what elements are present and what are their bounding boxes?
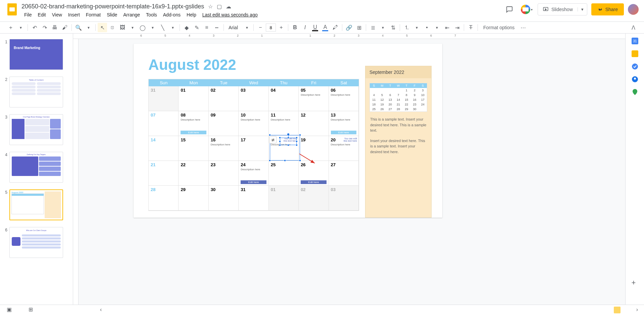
preview-text-1[interactable]: This is a sample text. Insert your desir… xyxy=(370,117,427,133)
doc-title[interactable]: 20650-02-brand-marketing-powerpoint-temp… xyxy=(21,3,204,10)
zoom-button[interactable]: 🔍 xyxy=(74,23,83,32)
show-sidepanel-button[interactable]: › xyxy=(636,307,638,313)
border-color-button[interactable]: ✎ xyxy=(192,23,201,32)
collapse-toolbar-button[interactable]: ᐱ xyxy=(629,23,638,32)
highlight-button[interactable]: 🖍 xyxy=(331,23,340,32)
menu-arrange[interactable]: Arrange xyxy=(120,11,143,19)
fontsize-input[interactable] xyxy=(266,24,276,32)
add-sidebar-icon[interactable]: + xyxy=(632,278,638,285)
share-button[interactable]: Share xyxy=(591,3,624,15)
preview-text-2[interactable]: Insert your desired text here. This is a… xyxy=(370,138,427,155)
underline-button[interactable]: U xyxy=(310,23,320,32)
more-button[interactable]: ⋯ xyxy=(518,23,528,32)
align-button[interactable]: ≣ xyxy=(368,23,378,32)
menu-addons[interactable]: Add-ons xyxy=(160,11,183,19)
calendar-cell[interactable]: 06Description here xyxy=(329,86,359,111)
calendar-cell[interactable]: 03 xyxy=(239,86,268,111)
calendar-cell[interactable]: 31 xyxy=(239,186,268,211)
calendar-cell[interactable]: 30 xyxy=(209,186,239,211)
insert-comment-button[interactable]: ⊞ xyxy=(354,23,364,32)
slide-thumb-5[interactable]: August 2022 xyxy=(9,189,63,220)
contacts-sidebar-icon[interactable] xyxy=(632,76,638,83)
edit-here-button[interactable]: Edit here xyxy=(301,180,326,184)
bulleted-list-button[interactable]: • xyxy=(422,23,432,32)
line-tool[interactable]: ╲ xyxy=(158,23,167,32)
tasks-sidebar-icon[interactable] xyxy=(632,63,638,70)
menu-insert[interactable]: Insert xyxy=(65,11,83,19)
canvas-area[interactable]: 6543211234567 August 2022 SunMonTueWedTh… xyxy=(73,34,625,305)
bulleted-dropdown[interactable]: ▼ xyxy=(432,23,442,32)
explore-button[interactable] xyxy=(614,307,621,313)
paint-format-button[interactable]: 🖌 xyxy=(60,23,69,32)
calendar-sidebar-icon[interactable]: 31 xyxy=(632,38,638,44)
insert-link-button[interactable]: 🔗 xyxy=(344,23,354,32)
new-slide-button[interactable]: ＋ xyxy=(6,23,15,32)
calendar-cell[interactable]: 17 xyxy=(239,136,268,161)
new-slide-dropdown[interactable]: ▼ xyxy=(16,23,26,32)
font-family-select[interactable]: Arial▼ xyxy=(226,25,251,30)
calendar-cell[interactable]: 13Description hereEdit here xyxy=(329,111,359,136)
calendar-cell[interactable]: 27 xyxy=(329,161,359,186)
format-options-button[interactable]: Format options xyxy=(480,25,518,30)
image-tool[interactable]: 🖼 xyxy=(118,23,127,32)
calendar-cell[interactable]: 29 xyxy=(179,186,208,211)
calendar-cell[interactable]: 10Description here xyxy=(239,111,268,136)
main-calendar[interactable]: SunMonTueWedThuFriSat 310102030405Descri… xyxy=(148,79,359,211)
align-dropdown[interactable]: ▼ xyxy=(378,23,388,32)
menu-format[interactable]: Format xyxy=(83,11,103,19)
menu-slide[interactable]: Slide xyxy=(104,11,120,19)
calendar-cell[interactable]: 28 xyxy=(149,186,179,211)
comments-icon[interactable] xyxy=(503,3,516,16)
slide-thumb-2[interactable]: Table of Content xyxy=(9,77,63,107)
shape-dropdown[interactable]: ▼ xyxy=(148,23,157,32)
image-dropdown[interactable]: ▼ xyxy=(128,23,137,32)
calendar-cell[interactable]: 23 xyxy=(209,161,239,186)
calendar-cell[interactable]: 07 xyxy=(149,111,179,136)
vertical-ruler[interactable] xyxy=(73,39,79,305)
slide-thumbnail-panel[interactable]: 1 Brand Marketing 2 Table of Content 3 O… xyxy=(0,34,73,305)
indent-increase-button[interactable]: ⇥ xyxy=(452,23,462,32)
edit-here-button[interactable]: Edit here xyxy=(331,131,356,134)
line-dropdown[interactable]: ▼ xyxy=(168,23,178,32)
calendar-cell[interactable]: 11Description here xyxy=(269,111,299,136)
calendar-cell[interactable]: 01 xyxy=(179,86,208,111)
textbox-tool[interactable]: ⎅ xyxy=(108,23,117,32)
numbered-list-button[interactable]: ⒈ xyxy=(402,23,411,32)
numbered-dropdown[interactable]: ▼ xyxy=(412,23,422,32)
calendar-cell[interactable]: 02 xyxy=(209,86,239,111)
calendar-cell[interactable]: 24Description hereEdit here xyxy=(239,161,268,186)
indent-decrease-button[interactable]: ⇤ xyxy=(442,23,452,32)
calendar-cell[interactable]: 05Description here xyxy=(299,86,329,111)
calendar-cell[interactable]: 20You can edit this text hereDescription… xyxy=(329,136,359,161)
fill-color-button[interactable]: ◆ xyxy=(182,23,191,32)
menu-view[interactable]: View xyxy=(49,11,65,19)
menu-edit[interactable]: Edit xyxy=(35,11,49,19)
slide-thumb-1[interactable]: Brand Marketing xyxy=(9,39,63,70)
calendar-title[interactable]: August 2022 xyxy=(148,56,236,73)
collapse-panel-icon[interactable]: ‹ xyxy=(100,307,102,313)
shape-tool[interactable]: ◯ xyxy=(138,23,147,32)
calendar-cell[interactable]: 31 xyxy=(149,86,179,111)
slideshow-button[interactable]: Slideshow ▼ xyxy=(538,3,587,15)
account-avatar[interactable] xyxy=(628,4,639,15)
maps-sidebar-icon[interactable] xyxy=(632,89,638,95)
slide-canvas[interactable]: August 2022 SunMonTueWedThuFriSat 310102… xyxy=(134,44,442,218)
menu-tools[interactable]: Tools xyxy=(143,11,160,19)
meet-button[interactable]: ▾ xyxy=(520,3,534,16)
calendar-cell[interactable]: 21 xyxy=(149,161,179,186)
clear-formatting-button[interactable]: T xyxy=(466,23,476,32)
slides-logo[interactable] xyxy=(5,3,19,16)
print-button[interactable]: 🖶 xyxy=(50,23,59,32)
select-tool[interactable]: ↖ xyxy=(98,23,107,32)
calendar-cell[interactable]: 01 xyxy=(269,186,299,211)
last-edit-link[interactable]: Last edit was seconds ago xyxy=(200,11,260,19)
star-icon[interactable]: ☆ xyxy=(208,3,213,10)
redo-button[interactable]: ↷ xyxy=(40,23,49,32)
edit-here-button[interactable]: Edit here xyxy=(241,180,266,184)
fontsize-increase[interactable]: + xyxy=(277,23,286,32)
border-weight-button[interactable]: ≡ xyxy=(202,23,211,32)
zoom-dropdown[interactable]: ▼ xyxy=(84,23,93,32)
keep-sidebar-icon[interactable] xyxy=(632,50,638,57)
calendar-cell[interactable]: 16Description here xyxy=(209,136,239,161)
calendar-cell[interactable]: 12 xyxy=(299,111,329,136)
